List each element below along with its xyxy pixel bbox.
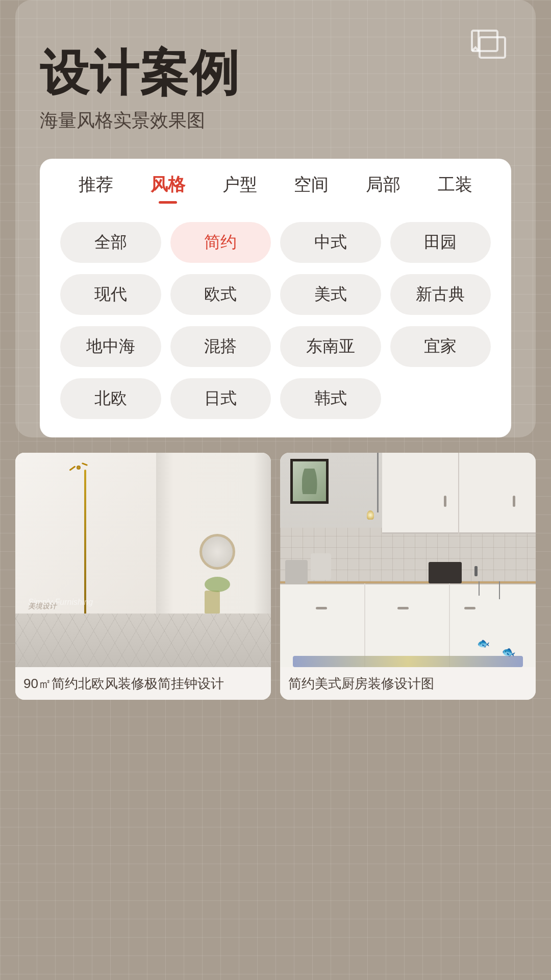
style-tag-ikea[interactable]: 宜家	[390, 326, 491, 367]
style-tag-mix[interactable]: 混搭	[170, 326, 271, 367]
tab-commercial[interactable]: 工装	[419, 173, 491, 207]
tab-detail[interactable]: 局部	[347, 173, 419, 207]
style-tag-all[interactable]: 全部	[60, 222, 161, 263]
svg-rect-1	[480, 37, 505, 58]
tabs-container: 推荐 风格 户型 空间 局部 工装	[40, 159, 511, 207]
style-tag-neoclassical[interactable]: 新古典	[390, 274, 491, 315]
style-tag-chinese[interactable]: 中式	[280, 222, 381, 263]
image-placeholder-2: 🐟 🐟	[280, 453, 536, 667]
images-section: Simply Furnishing 美境设计 90㎡简约北欧风装修极简挂钟设计	[0, 453, 551, 700]
style-tag-modern[interactable]: 现代	[60, 274, 161, 315]
image-card-2[interactable]: 🐟 🐟 简约美式厨房装修设计图	[280, 453, 536, 700]
style-panel: 全部 简约 中式 田园 现代 欧式 美式 新古典 地中海 混搭 东南亚 宜家 北…	[40, 207, 511, 437]
image-card-1[interactable]: Simply Furnishing 美境设计 90㎡简约北欧风装修极简挂钟设计	[15, 453, 271, 700]
style-tag-korean[interactable]: 韩式	[280, 378, 381, 419]
tabs-row: 推荐 风格 户型 空间 局部 工装	[60, 173, 491, 207]
tab-recommend[interactable]: 推荐	[60, 173, 132, 207]
style-tag-nordic[interactable]: 北欧	[60, 378, 161, 419]
style-tag-american[interactable]: 美式	[280, 274, 381, 315]
image-label-2: 简约美式厨房装修设计图	[280, 667, 536, 700]
style-tags-grid: 全部 简约 中式 田园 现代 欧式 美式 新古典 地中海 混搭 东南亚 宜家 北…	[60, 222, 491, 419]
tab-style[interactable]: 风格	[132, 173, 204, 207]
style-tag-southeast[interactable]: 东南亚	[280, 326, 381, 367]
image-placeholder-1: Simply Furnishing 美境设计	[15, 453, 271, 667]
tab-space[interactable]: 空间	[276, 173, 347, 207]
image-label-1: 90㎡简约北欧风装修极简挂钟设计	[15, 667, 271, 700]
style-tag-simple[interactable]: 简约	[170, 222, 271, 263]
page-title: 设计案例	[40, 46, 511, 100]
style-tag-european[interactable]: 欧式	[170, 274, 271, 315]
style-tag-japanese[interactable]: 日式	[170, 378, 271, 419]
tab-floorplan[interactable]: 户型	[204, 173, 276, 207]
page-subtitle: 海量风格实景效果图	[40, 108, 511, 133]
bookmark-icon	[469, 28, 510, 59]
style-tag-mediterranean[interactable]: 地中海	[60, 326, 161, 367]
style-tag-pastoral[interactable]: 田园	[390, 222, 491, 263]
